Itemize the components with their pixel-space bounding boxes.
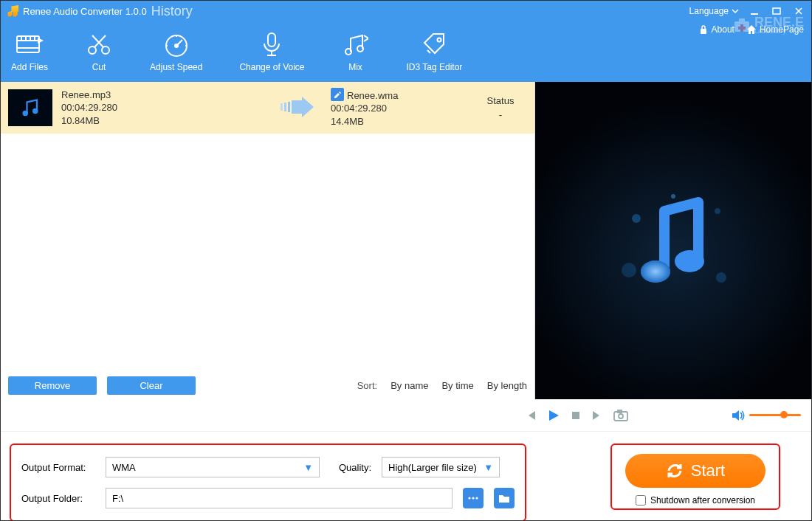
svg-point-49 (472, 497, 474, 499)
start-button[interactable]: Start (625, 454, 765, 488)
svg-rect-33 (281, 103, 283, 111)
convert-arrow-icon (279, 96, 316, 120)
homepage-link[interactable]: HomePage (746, 24, 804, 35)
file-list-panel: Renee.mp3 00:04:29.280 10.84MB Renee.wma… (1, 82, 535, 399)
player-bar (1, 399, 811, 432)
file-thumbnail (8, 89, 52, 126)
list-actions: Remove Clear Sort: By name By time By le… (1, 372, 534, 399)
id3-tag-button[interactable]: ID3 Tag Editor (407, 31, 463, 72)
change-voice-label: Change of Voice (239, 62, 304, 72)
output-duration: 00:04:29.280 (331, 102, 478, 115)
quality-label: Quality: (330, 462, 371, 473)
svg-point-20 (175, 44, 178, 47)
svg-rect-34 (284, 103, 286, 111)
content-area: Renee.mp3 00:04:29.280 10.84MB Renee.wma… (1, 82, 811, 399)
scissors-icon (85, 31, 113, 59)
volume-icon (732, 410, 745, 421)
output-file-info: Renee.wma 00:04:29.280 14.4MB (331, 88, 478, 128)
output-folder-input[interactable] (106, 488, 453, 508)
quality-dropdown[interactable]: High(Larger file size) ▼ (382, 457, 500, 477)
svg-rect-44 (572, 412, 579, 419)
file-row[interactable]: Renee.mp3 00:04:29.280 10.84MB Renee.wma… (1, 82, 534, 134)
browse-button[interactable] (463, 488, 484, 508)
minimize-button[interactable] (748, 6, 761, 16)
change-voice-button[interactable]: Change of Voice (239, 31, 304, 72)
status-header: Status (478, 95, 523, 106)
svg-line-17 (92, 35, 103, 47)
add-files-button[interactable]: Add Files (11, 31, 48, 72)
open-folder-button[interactable] (494, 488, 515, 508)
svg-rect-6 (17, 36, 39, 52)
sort-label: Sort: (357, 380, 377, 391)
volume-slider[interactable] (749, 414, 801, 416)
next-track-button[interactable] (591, 410, 603, 421)
tag-icon (420, 31, 448, 59)
gauge-icon (162, 31, 190, 59)
remove-button[interactable]: Remove (8, 376, 97, 395)
svg-point-38 (622, 263, 636, 277)
play-button[interactable] (547, 409, 560, 422)
lock-icon (698, 24, 709, 35)
clear-button[interactable]: Clear (107, 376, 196, 395)
status-value: - (478, 109, 523, 120)
shutdown-checkbox[interactable]: Shutdown after conversion (636, 495, 755, 506)
shutdown-label: Shutdown after conversion (650, 495, 755, 506)
music-mix-icon (342, 31, 370, 59)
svg-point-32 (32, 108, 38, 114)
preview-panel (535, 82, 811, 399)
svg-point-39 (716, 272, 726, 283)
sort-by-time[interactable]: By time (441, 380, 473, 391)
ellipsis-icon (467, 495, 479, 501)
snapshot-button[interactable] (613, 410, 628, 421)
app-title: Renee Audio Converter 1.0.0 (23, 6, 147, 17)
output-settings: Output Format: WMA ▼ Quality: High(Large… (10, 444, 526, 521)
svg-point-48 (468, 497, 470, 499)
svg-rect-24 (268, 33, 275, 46)
language-dropdown[interactable]: Language (689, 6, 739, 16)
svg-point-43 (641, 260, 670, 283)
output-format-value: WMA (112, 462, 136, 473)
chevron-down-icon: ▼ (303, 462, 313, 473)
cut-button[interactable]: Cut (85, 31, 113, 72)
about-link[interactable]: About (698, 24, 734, 35)
mix-label: Mix (348, 62, 362, 72)
mix-button[interactable]: Mix (342, 31, 370, 72)
history-link[interactable]: History (151, 4, 193, 19)
home-icon (746, 24, 757, 35)
cut-label: Cut (92, 62, 106, 72)
toolbar: RENE.ELaboratory Add Files Cut Adjust Sp… (1, 21, 811, 82)
film-add-icon (16, 31, 44, 59)
sort-by-length[interactable]: By length (487, 380, 527, 391)
app-logo-icon (7, 5, 18, 17)
preview-artwork (535, 82, 811, 399)
microphone-icon (258, 31, 286, 59)
music-note-icon (19, 97, 41, 119)
prev-track-button[interactable] (525, 410, 537, 421)
adjust-speed-label: Adjust Speed (150, 62, 202, 72)
stop-button[interactable] (571, 410, 581, 421)
maximize-button[interactable] (770, 6, 783, 16)
quality-value: High(Larger file size) (388, 462, 477, 473)
shutdown-checkbox-input[interactable] (636, 495, 646, 506)
edit-icon[interactable] (331, 88, 344, 101)
adjust-speed-button[interactable]: Adjust Speed (150, 31, 202, 72)
close-button[interactable] (792, 6, 805, 16)
svg-point-42 (675, 250, 704, 272)
sort-by-name[interactable]: By name (390, 380, 428, 391)
svg-rect-35 (288, 102, 290, 112)
status-column: Status - (478, 95, 523, 120)
svg-line-16 (94, 35, 106, 47)
bottom-panel: Output Format: WMA ▼ Quality: High(Large… (1, 432, 811, 521)
volume-control[interactable] (732, 410, 801, 421)
svg-point-50 (475, 497, 478, 499)
source-size: 10.84MB (61, 114, 117, 128)
language-label: Language (689, 6, 729, 16)
svg-point-46 (619, 414, 623, 418)
output-format-label: Output Format: (21, 462, 95, 473)
svg-rect-1 (773, 8, 780, 14)
svg-point-29 (438, 38, 441, 42)
svg-point-40 (671, 194, 675, 199)
chevron-down-icon (732, 9, 739, 13)
output-format-dropdown[interactable]: WMA ▼ (106, 457, 320, 477)
output-filename: Renee.wma (347, 90, 398, 101)
